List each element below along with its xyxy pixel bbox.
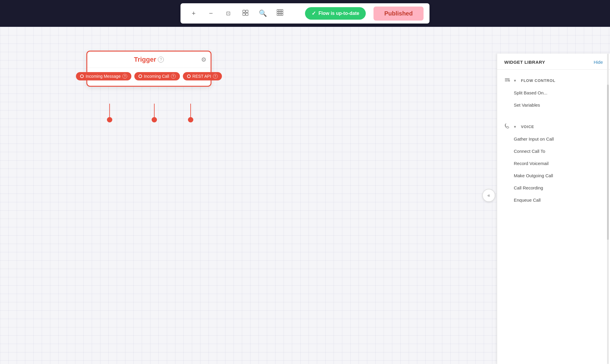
flow-control-toggle-icon: ▼ [513,79,517,83]
svg-rect-9 [281,12,283,13]
gather-input-item[interactable]: Gather Input on Call [497,133,610,145]
gather-input-label: Gather Input on Call [514,136,554,141]
call-recording-label: Call Recording [514,185,543,190]
svg-rect-21 [505,81,508,81]
grid-button[interactable] [273,6,287,21]
top-bar: + − ⊡ 🔍 [0,0,610,27]
flow-control-header[interactable]: ▼ FLOW CONTROL [497,74,610,87]
flow-status-badge: ✓ Flow is up-to-date [305,7,366,20]
svg-rect-6 [281,10,283,11]
svg-rect-19 [505,78,510,79]
flow-control-label: FLOW CONTROL [521,78,555,83]
svg-point-16 [152,117,157,122]
voice-header[interactable]: ▼ VOICE [497,121,610,133]
svg-rect-1 [246,10,248,13]
svg-rect-22 [508,80,510,81]
search-icon: 🔍 [259,10,267,17]
connect-call-label: Connect Call To [514,149,545,154]
incoming-call-label: Incoming Call [144,74,169,79]
svg-rect-12 [281,14,283,15]
scrollbar-track[interactable] [607,54,609,364]
voice-label: VOICE [521,125,534,129]
layout-icon [242,10,249,18]
voice-icon [504,123,510,130]
published-button[interactable]: Published [374,7,424,21]
chevron-left-icon: « [488,193,490,198]
svg-rect-4 [277,10,279,11]
incoming-message-pill[interactable]: Incoming Message ? [76,72,131,80]
search-button[interactable]: 🔍 [256,6,270,21]
set-variables-item[interactable]: Set Variables [497,99,610,111]
make-outgoing-call-label: Make Outgoing Call [514,173,553,178]
incoming-call-pill[interactable]: Incoming Call ? [134,72,180,80]
rest-api-help-icon[interactable]: ? [213,74,218,79]
toolbar: + − ⊡ 🔍 [180,3,429,24]
enqueue-call-item[interactable]: Enqueue Call [497,194,610,206]
svg-rect-11 [279,14,281,15]
flow-control-section: ▼ FLOW CONTROL Split Based On... Set Var… [497,70,610,116]
call-recording-item[interactable]: Call Recording [497,182,610,194]
scrollbar-thumb[interactable] [607,85,609,240]
trigger-node: Trigger ? ⚙ Incoming Message ? Incoming … [86,51,211,87]
trigger-pills-container: Incoming Message ? Incoming Call ? REST … [87,68,211,86]
pill-circle-icon [80,74,84,78]
svg-point-14 [107,117,112,122]
trigger-gear-icon[interactable]: ⚙ [201,56,206,63]
split-based-on-item[interactable]: Split Based On... [497,87,610,99]
svg-point-18 [188,117,193,122]
incoming-call-help-icon[interactable]: ? [171,74,176,79]
pill-circle-icon-2 [139,74,142,78]
status-label: Flow is up-to-date [318,11,359,16]
svg-rect-2 [243,13,245,15]
trigger-header: Trigger ? ⚙ [87,52,211,68]
svg-rect-3 [246,13,248,15]
layout-button[interactable] [238,6,253,21]
grid-icon [277,9,283,18]
widget-library-hide-button[interactable]: Hide [594,60,603,65]
trigger-title: Trigger [134,56,156,63]
widget-library-panel: WIDGET LIBRARY Hide ▼ FLOW CONTROL Split [497,54,610,364]
check-icon: ✓ [312,10,316,17]
split-based-on-label: Split Based On... [514,90,547,95]
voice-toggle-icon: ▼ [513,125,517,129]
svg-rect-5 [279,10,281,11]
svg-rect-10 [277,14,279,15]
make-outgoing-call-item[interactable]: Make Outgoing Call [497,169,610,182]
set-variables-label: Set Variables [514,102,540,108]
rest-api-pill[interactable]: REST API ? [183,72,222,80]
connect-call-item[interactable]: Connect Call To [497,145,610,157]
widget-panel-header: WIDGET LIBRARY Hide [497,54,610,70]
pill-circle-icon-3 [187,74,191,78]
add-button[interactable]: + [186,6,201,21]
minus-icon: − [209,10,213,17]
fit-button[interactable]: ⊡ [221,6,235,21]
expand-icon: ⊡ [226,10,231,17]
voice-section: ▼ VOICE Gather Input on Call Connect Cal… [497,116,610,211]
zoom-out-button[interactable]: − [204,6,218,21]
rest-api-label: REST API [192,74,211,79]
flow-control-icon [504,77,510,84]
add-icon: + [192,10,196,17]
incoming-message-label: Incoming Message [85,74,121,79]
svg-rect-8 [279,12,281,13]
record-voicemail-item[interactable]: Record Voicemail [497,157,610,169]
incoming-message-help-icon[interactable]: ? [122,74,127,79]
collapse-panel-button[interactable]: « [482,189,495,202]
widget-library-title: WIDGET LIBRARY [504,60,545,65]
record-voicemail-label: Record Voicemail [514,161,549,166]
enqueue-call-label: Enqueue Call [514,197,541,203]
trigger-help-icon[interactable]: ? [158,57,164,63]
canvas-area: Trigger ? ⚙ Incoming Message ? Incoming … [0,27,610,364]
svg-rect-0 [243,10,245,13]
svg-rect-7 [277,12,279,13]
